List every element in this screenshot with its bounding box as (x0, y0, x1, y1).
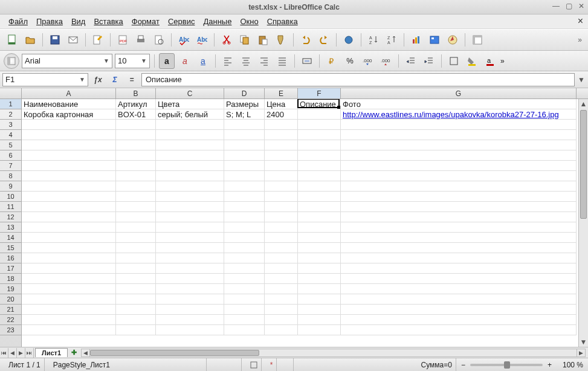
navigator-button[interactable] (444, 31, 461, 48)
cell-E14[interactable] (265, 233, 298, 243)
menu-window[interactable]: Окно (236, 16, 262, 27)
row-header-12[interactable]: 12 (0, 212, 21, 222)
col-header-G[interactable]: G (341, 88, 577, 98)
gallery-button[interactable] (426, 31, 443, 48)
cell-B5[interactable] (116, 140, 156, 150)
cell-F10[interactable] (298, 192, 341, 202)
row-header-11[interactable]: 11 (0, 202, 21, 212)
row-header-21[interactable]: 21 (0, 305, 21, 315)
cell-G23[interactable] (341, 325, 577, 335)
cell-F11[interactable] (298, 202, 341, 212)
cell-E18[interactable] (265, 274, 298, 284)
cell-D12[interactable] (224, 212, 265, 222)
cell-C14[interactable] (156, 233, 224, 243)
expand-formula-icon[interactable]: ▼ (577, 73, 586, 86)
tab-next-icon[interactable]: ▶ (17, 348, 25, 358)
vscroll-thumb[interactable] (580, 110, 587, 219)
scroll-up-icon[interactable]: ▲ (579, 99, 588, 109)
cell-D6[interactable] (224, 150, 265, 161)
cell-G5[interactable] (341, 140, 577, 150)
cell-E1[interactable]: Цена (265, 99, 298, 109)
tab-prev-icon[interactable]: ◀ (8, 348, 17, 358)
align-right-button[interactable] (256, 53, 272, 69)
col-header-A[interactable]: A (22, 88, 116, 98)
status-selection-mode[interactable] (247, 358, 262, 371)
cell-C10[interactable] (156, 192, 224, 202)
cell-C20[interactable] (156, 294, 224, 305)
menu-file[interactable]: Файл (5, 16, 31, 27)
chart-button[interactable] (408, 31, 425, 48)
formula-input[interactable]: Описание (141, 73, 575, 86)
cell-B23[interactable] (116, 325, 156, 335)
col-header-D[interactable]: D (224, 88, 265, 98)
cell-F22[interactable] (298, 315, 341, 325)
cut-button[interactable] (218, 31, 235, 48)
row-header-13[interactable]: 13 (0, 222, 21, 233)
cell-D14[interactable] (224, 233, 265, 243)
cell-E19[interactable] (265, 284, 298, 294)
row-header-9[interactable]: 9 (0, 181, 21, 192)
cell-G7[interactable] (341, 161, 577, 171)
cell-E23[interactable] (265, 325, 298, 335)
cell-A14[interactable] (22, 233, 116, 243)
align-left-button[interactable] (220, 53, 236, 69)
add-sheet-button[interactable]: ✚ (69, 349, 79, 357)
vertical-scrollbar[interactable]: ▲ ▼ (578, 99, 588, 347)
cell-E20[interactable] (265, 294, 298, 305)
cell-D20[interactable] (224, 294, 265, 305)
cell-G3[interactable] (341, 120, 577, 130)
scroll-left-icon[interactable]: ◀ (82, 349, 90, 356)
row-header-10[interactable]: 10 (0, 192, 21, 202)
cell-A18[interactable] (22, 274, 116, 284)
cell-A17[interactable] (22, 263, 116, 274)
add-decimal-button[interactable]: .000 (360, 53, 376, 69)
cell-A13[interactable] (22, 222, 116, 233)
headers-button[interactable] (469, 31, 486, 48)
cell-B19[interactable] (116, 284, 156, 294)
status-page-style[interactable]: PageStyle_Лист1 (50, 358, 207, 371)
cell-A11[interactable] (22, 202, 116, 212)
cell-E22[interactable] (265, 315, 298, 325)
row-header-3[interactable]: 3 (0, 120, 21, 130)
cell-G9[interactable] (341, 181, 577, 192)
menu-view[interactable]: Вид (68, 16, 89, 27)
cell-E16[interactable] (265, 253, 298, 263)
cell-E17[interactable] (265, 263, 298, 274)
cell-D22[interactable] (224, 315, 265, 325)
menu-edit[interactable]: Правка (33, 16, 66, 27)
row-header-5[interactable]: 5 (0, 140, 21, 150)
cell-F8[interactable] (298, 171, 341, 181)
cell-C23[interactable] (156, 325, 224, 335)
maximize-icon[interactable]: ▢ (566, 2, 572, 10)
remove-decimal-button[interactable]: .000 (378, 53, 394, 69)
cell-F4[interactable] (298, 130, 341, 140)
row-header-18[interactable]: 18 (0, 274, 21, 284)
cell-G2[interactable]: http://www.eastlines.ru/images/upakovka/… (341, 109, 577, 120)
menu-help[interactable]: Справка (263, 16, 302, 27)
print-button[interactable] (132, 31, 149, 48)
cell-E5[interactable] (265, 140, 298, 150)
cell-D3[interactable] (224, 120, 265, 130)
cell-B1[interactable]: Артикул (116, 99, 156, 109)
open-button[interactable] (22, 31, 39, 48)
menu-format[interactable]: Формат (128, 16, 163, 27)
name-box[interactable]: F1▼ (2, 73, 88, 86)
cell-A12[interactable] (22, 212, 116, 222)
cell-B17[interactable] (116, 263, 156, 274)
row-header-19[interactable]: 19 (0, 284, 21, 294)
cell-B16[interactable] (116, 253, 156, 263)
cell-E21[interactable] (265, 305, 298, 315)
scroll-down-icon[interactable]: ▼ (579, 337, 588, 347)
cell-G21[interactable] (341, 305, 577, 315)
cell-C13[interactable] (156, 222, 224, 233)
cell-F14[interactable] (298, 233, 341, 243)
cell-D13[interactable] (224, 222, 265, 233)
cell-F20[interactable] (298, 294, 341, 305)
spellcheck-button[interactable]: Abc (175, 31, 192, 48)
cell-G6[interactable] (341, 150, 577, 161)
cell-G22[interactable] (341, 315, 577, 325)
hscroll-thumb[interactable] (90, 350, 259, 356)
status-sum[interactable]: Сумма=0 (418, 358, 456, 371)
cell-E11[interactable] (265, 202, 298, 212)
zoom-level[interactable]: 100 % (557, 361, 583, 369)
